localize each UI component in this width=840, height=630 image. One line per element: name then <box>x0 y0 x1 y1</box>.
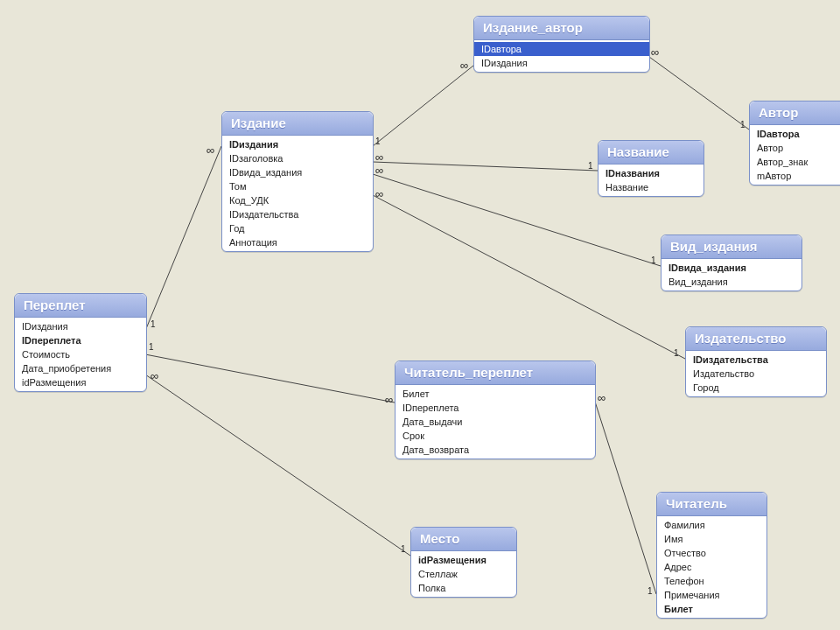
entity-pereplet[interactable]: Переплет IDиздания IDпереплета Стоимость… <box>14 293 147 392</box>
field[interactable]: IDавтора <box>474 42 649 56</box>
field[interactable]: Дата_приобретения <box>15 361 146 375</box>
card-1: 1 <box>588 161 593 171</box>
field[interactable]: Том <box>222 179 373 193</box>
field[interactable]: IDпереплета <box>396 401 595 415</box>
card-inf: ∞ <box>150 372 158 381</box>
entity-fields: idРазмещения Стеллаж Полка <box>411 551 516 597</box>
svg-line-0 <box>145 146 221 331</box>
card-inf: ∞ <box>385 396 393 404</box>
field[interactable]: Телефон <box>657 574 766 588</box>
entity-title: Переплет <box>15 294 146 318</box>
entity-izdanie[interactable]: Издание IDиздания IDзаголовка IDвида_изд… <box>221 111 374 252</box>
entity-vid-izdaniya[interactable]: Вид_издания IDвида_издания Вид_издания <box>661 234 802 291</box>
field[interactable]: Примечания <box>657 588 766 602</box>
field[interactable]: Билет <box>657 602 766 616</box>
card-inf: ∞ <box>375 190 383 199</box>
field[interactable]: Адрес <box>657 560 766 574</box>
entity-fields: IDиздания IDзаголовка IDвида_издания Том… <box>222 136 373 251</box>
erd-canvas: 1 ∞ ∞ 1 1 ∞ 1 ∞ ∞ 1 ∞ 1 ∞ 1 ∞ 1 ∞ 1 Пере… <box>0 0 840 630</box>
field[interactable]: idРазмещения <box>15 375 146 389</box>
card-inf: ∞ <box>651 48 659 57</box>
field[interactable]: IDиздания <box>474 56 649 70</box>
card-inf: ∞ <box>375 166 383 175</box>
entity-fields: IDвида_издания Вид_издания <box>662 259 802 290</box>
entity-fields: Фамилия Имя Отчество Адрес Телефон Приме… <box>657 516 766 618</box>
field[interactable]: IDавтора <box>750 127 840 141</box>
entity-mesto[interactable]: Место idРазмещения Стеллаж Полка <box>410 527 517 598</box>
entity-fields: IDиздания IDпереплета Стоимость Дата_при… <box>15 318 146 391</box>
card-1: 1 <box>674 348 679 358</box>
entity-avtor[interactable]: Автор IDавтора Автор Автор_знак mАвтор <box>749 101 840 186</box>
field[interactable]: Полка <box>411 581 516 595</box>
card-1: 1 <box>150 319 156 329</box>
entity-chitatel[interactable]: Читатель Фамилия Имя Отчество Адрес Теле… <box>656 492 767 619</box>
field[interactable]: mАвтор <box>750 169 840 183</box>
svg-line-4 <box>649 57 749 130</box>
field[interactable]: Автор <box>750 141 840 155</box>
entity-fields: Билет IDпереплета Дата_выдачи Срок Дата_… <box>396 385 595 458</box>
field[interactable]: Автор_знак <box>750 155 840 169</box>
field[interactable]: Стеллаж <box>411 567 516 581</box>
entity-title: Читатель_переплет <box>396 361 595 385</box>
entity-fields: IDавтора IDиздания <box>474 40 649 72</box>
entity-title: Название <box>598 141 704 164</box>
field[interactable]: Издательство <box>686 367 826 381</box>
field[interactable]: Билет <box>396 387 595 401</box>
field[interactable]: IDиздания <box>222 137 373 151</box>
field[interactable]: IDзаголовка <box>222 151 373 165</box>
entity-fields: IDназвания Название <box>598 164 704 196</box>
entity-title: Издательство <box>686 327 826 351</box>
entity-fields: IDиздательства Издательство Город <box>686 351 826 396</box>
field[interactable]: IDиздательства <box>686 353 826 367</box>
card-1: 1 <box>648 586 653 596</box>
field[interactable]: Аннотация <box>222 235 373 249</box>
card-inf: ∞ <box>460 61 468 70</box>
entity-title: Читатель <box>657 493 766 516</box>
card-1: 1 <box>149 342 154 352</box>
field[interactable]: IDпереплета <box>15 333 146 347</box>
field[interactable]: Фамилия <box>657 518 766 532</box>
field[interactable]: IDназвания <box>598 166 704 180</box>
field[interactable]: Дата_выдачи <box>396 415 595 429</box>
entity-title: Вид_издания <box>662 235 802 259</box>
field[interactable]: IDиздательства <box>222 207 373 221</box>
entity-title: Автор <box>750 102 840 125</box>
card-1: 1 <box>401 544 406 554</box>
field[interactable]: Отчество <box>657 546 766 560</box>
field[interactable]: Стоимость <box>15 347 146 361</box>
field[interactable]: idРазмещения <box>411 553 516 567</box>
svg-line-7 <box>373 195 685 359</box>
entity-izdanie-avtor[interactable]: Издание_автор IDавтора IDиздания <box>473 16 650 73</box>
svg-line-5 <box>373 162 598 171</box>
field[interactable]: Дата_возврата <box>396 443 595 457</box>
field[interactable]: IDвида_издания <box>662 261 802 275</box>
svg-line-1 <box>145 374 410 556</box>
card-1: 1 <box>375 136 381 146</box>
svg-line-8 <box>595 402 656 594</box>
entity-chitatel-pereplet[interactable]: Читатель_переплет Билет IDпереплета Дата… <box>395 360 596 459</box>
card-1: 1 <box>740 120 746 130</box>
field[interactable]: Год <box>222 221 373 235</box>
entity-izdatelstvo[interactable]: Издательство IDиздательства Издательство… <box>685 326 827 397</box>
field[interactable]: Имя <box>657 532 766 546</box>
entity-title: Место <box>411 528 516 551</box>
entity-nazvanie[interactable]: Название IDназвания Название <box>598 140 704 197</box>
card-inf: ∞ <box>375 153 383 162</box>
card-inf: ∞ <box>598 394 606 402</box>
field[interactable]: Название <box>598 180 704 194</box>
field[interactable]: Вид_издания <box>662 275 802 289</box>
card-1: 1 <box>651 256 656 265</box>
entity-fields: IDавтора Автор Автор_знак mАвтор <box>750 125 840 185</box>
field[interactable]: Код_УДК <box>222 193 373 207</box>
field[interactable]: Срок <box>396 429 595 443</box>
svg-line-3 <box>373 66 473 146</box>
entity-title: Издание <box>222 112 373 136</box>
field[interactable]: IDвида_издания <box>222 165 373 179</box>
card-inf: ∞ <box>206 146 214 155</box>
entity-title: Издание_автор <box>474 17 649 40</box>
field[interactable]: Город <box>686 381 826 395</box>
svg-line-2 <box>145 354 395 402</box>
field[interactable]: IDиздания <box>15 319 146 333</box>
